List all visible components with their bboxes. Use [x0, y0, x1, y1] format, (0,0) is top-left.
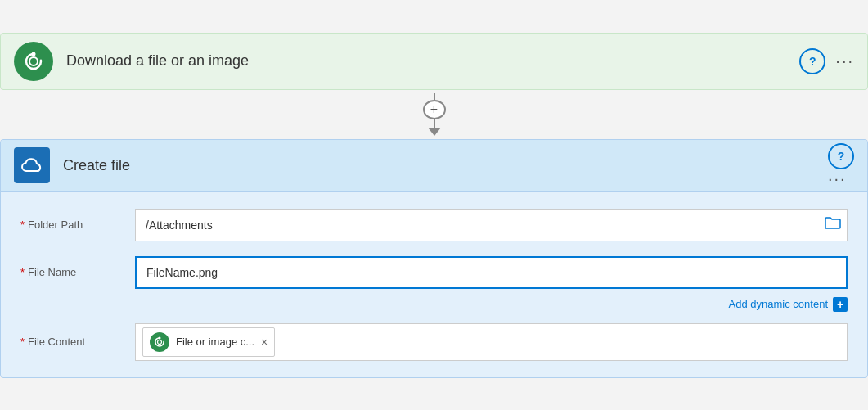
svg-point-2 — [32, 52, 36, 56]
file-name-required: * — [20, 266, 25, 278]
file-content-input-area[interactable]: File or image c... × — [135, 323, 848, 361]
download-ellipsis-button[interactable]: ··· — [835, 52, 854, 70]
file-name-input-wrap — [135, 256, 848, 289]
create-file-actions: ? ··· — [828, 143, 854, 188]
folder-path-row: *Folder Path — [20, 209, 848, 241]
connector-line-top — [434, 93, 435, 100]
folder-path-required: * — [20, 219, 25, 231]
file-content-required: * — [20, 336, 25, 348]
add-step-button[interactable]: + — [423, 100, 446, 119]
file-name-row: *File Name — [20, 256, 848, 289]
tag-chip-label: File or image c... — [176, 336, 254, 348]
download-help-button[interactable]: ? — [799, 48, 825, 74]
svg-point-0 — [26, 54, 41, 69]
download-card: Download a file or an image ? ··· — [0, 33, 868, 90]
create-file-body: *Folder Path *File Name — [1, 192, 867, 377]
create-file-header: Create file ? ··· — [1, 140, 867, 192]
dynamic-content-row: Add dynamic content + — [20, 297, 848, 312]
add-dynamic-content-label: Add dynamic content — [729, 298, 828, 310]
download-card-icon — [14, 42, 53, 81]
folder-path-field — [135, 209, 848, 241]
create-file-help-button[interactable]: ? — [828, 143, 854, 169]
connector-line-bottom — [434, 119, 435, 128]
folder-path-label: *Folder Path — [20, 219, 135, 231]
connector-arrow — [428, 119, 441, 136]
folder-path-input[interactable] — [135, 209, 848, 241]
svg-point-5 — [159, 336, 161, 339]
main-container: Download a file or an image ? ··· + Crea… — [0, 33, 868, 378]
folder-path-input-wrap — [135, 209, 848, 241]
file-or-image-tag: File or image c... × — [142, 327, 275, 357]
svg-point-1 — [29, 57, 38, 65]
create-file-icon — [14, 147, 50, 183]
folder-browse-button[interactable] — [825, 216, 841, 233]
svg-point-4 — [158, 340, 162, 344]
file-name-label: *File Name — [20, 266, 135, 278]
file-content-row: *File Content File or i — [20, 323, 848, 361]
connector: + — [0, 90, 868, 139]
connector-arrow-down — [428, 128, 441, 136]
create-file-ellipsis-button[interactable]: ··· — [828, 169, 847, 188]
create-file-card: Create file ? ··· *Folder Path — [0, 139, 868, 378]
create-file-title: Create file — [63, 157, 828, 174]
add-dynamic-plus-icon: + — [833, 297, 848, 312]
download-card-title: Download a file or an image — [66, 52, 799, 70]
tag-chip-icon — [150, 332, 169, 352]
tag-chip-close-button[interactable]: × — [261, 336, 268, 348]
add-dynamic-content-button[interactable]: Add dynamic content + — [729, 297, 848, 312]
dynamic-content-action: Add dynamic content + — [135, 297, 848, 312]
file-name-input[interactable] — [135, 256, 848, 289]
file-content-label: *File Content — [20, 336, 135, 348]
file-name-field — [135, 256, 848, 289]
download-card-actions: ? ··· — [799, 48, 854, 74]
file-content-field: File or image c... × — [135, 323, 848, 361]
